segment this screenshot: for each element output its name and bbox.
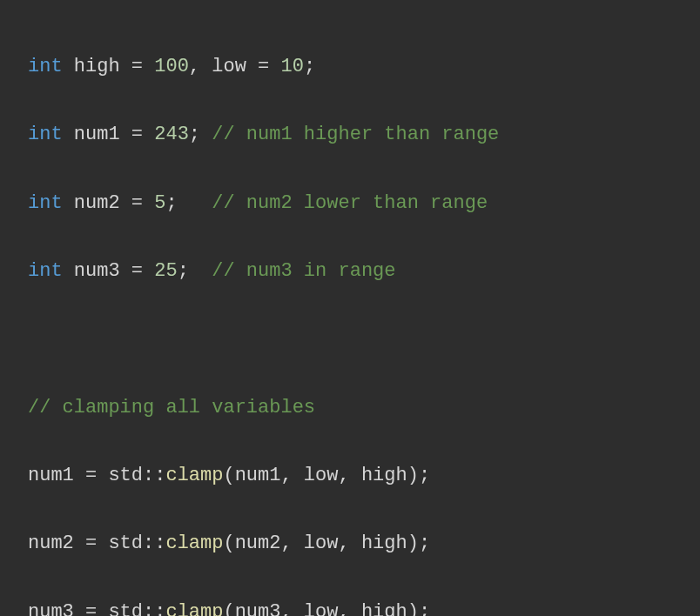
code-line: int num3 = 25; // num3 in range [28,254,693,288]
function-call: clamp [165,465,223,486]
code-line: num3 = std::clamp(num3, low, high); [28,595,693,616]
number: 10 [280,56,303,77]
scope-op: :: [143,465,165,486]
code-line: int num2 = 5; // num2 lower than range [28,186,693,220]
code-text: (num3, low, high); [223,601,430,616]
number: 100 [154,56,189,77]
code-text: num3 [28,601,85,616]
code-text: num1 [63,124,131,145]
comment: // num1 higher than range [212,124,499,145]
semicolon: ; [165,192,212,214]
operator: = [131,124,154,145]
code-text: (num1, low, high); [223,465,430,486]
code-line: num2 = std::clamp(num2, low, high); [28,526,693,560]
code-text: high [63,56,131,77]
comment: // clamping all variables [28,397,315,418]
keyword: int [28,124,63,145]
code-text: num3 [63,260,131,282]
number: 25 [154,260,177,282]
comment: // num2 lower than range [212,192,488,214]
code-text: = std [85,601,143,616]
semicolon: ; [178,260,212,282]
number: 5 [154,192,165,214]
semicolon: ; [304,56,315,77]
code-text: num1 [28,465,85,486]
code-text: = std [85,532,143,554]
keyword: int [28,192,63,214]
code-text: num2 [63,192,131,214]
operator: = [131,260,154,282]
scope-op: :: [143,532,165,554]
code-editor: int high = 100, low = 10; int num1 = 243… [0,0,700,616]
function-call: clamp [165,601,223,616]
code-line: int high = 100, low = 10; [28,50,693,84]
blank-line [28,322,693,356]
operator: = [258,56,280,77]
keyword: int [28,260,63,282]
scope-op: :: [143,601,165,616]
code-text: , low [189,56,258,77]
code-line: num1 = std::clamp(num1, low, high); [28,459,693,492]
code-text: = std [85,465,143,486]
number: 243 [154,124,189,145]
operator: = [131,56,154,77]
keyword: int [28,56,63,77]
semicolon: ; [189,124,212,145]
code-text: num2 [28,532,85,554]
code-text: (num2, low, high); [223,532,430,554]
comment: // num3 in range [212,260,395,282]
function-call: clamp [165,532,223,554]
operator: = [131,192,154,214]
code-line: // clamping all variables [28,391,693,425]
code-line: int num1 = 243; // num1 higher than rang… [28,117,693,151]
